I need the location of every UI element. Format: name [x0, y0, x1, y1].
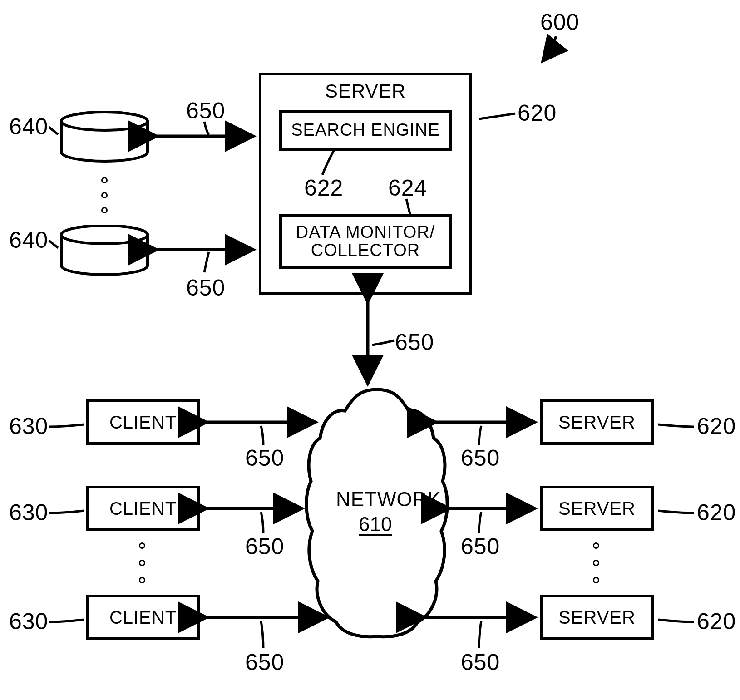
- server-ref-620: 620: [697, 499, 736, 526]
- server-title: SERVER: [261, 81, 469, 102]
- figure-ref-600: 600: [540, 9, 579, 35]
- vertical-ellipsis: [592, 542, 600, 583]
- server-ref-620: 620: [697, 413, 736, 439]
- database-icon: [59, 225, 150, 277]
- database-icon: [59, 111, 150, 163]
- client-box: CLIENT: [86, 595, 200, 640]
- link-ref-650: 650: [245, 533, 284, 560]
- network-ref-610: 610: [359, 513, 392, 536]
- db-ref-640: 640: [9, 227, 48, 253]
- client-box: CLIENT: [86, 486, 200, 531]
- server-small-box: SERVER: [540, 399, 654, 445]
- link-ref-650: 650: [461, 445, 500, 471]
- server-small-box: SERVER: [540, 486, 654, 531]
- link-ref-650: 650: [245, 445, 284, 471]
- link-ref-650: 650: [186, 275, 225, 301]
- server-small-box: SERVER: [540, 595, 654, 640]
- diagram-canvas: 600 SERVER SEARCH ENGINE DATA MONITOR/ C…: [0, 0, 740, 700]
- svg-point-2: [61, 226, 148, 244]
- link-ref-650: 650: [186, 98, 225, 124]
- client-ref-630: 630: [9, 608, 48, 635]
- svg-point-1: [61, 112, 148, 130]
- link-ref-650: 650: [395, 329, 434, 355]
- server-box: SERVER SEARCH ENGINE DATA MONITOR/ COLLE…: [259, 73, 472, 295]
- svg-point-0: [61, 112, 148, 130]
- client-box: CLIENT: [86, 399, 200, 445]
- server-ref-620: 620: [518, 100, 557, 126]
- data-monitor-box: DATA MONITOR/ COLLECTOR: [279, 214, 452, 269]
- client-ref-630: 630: [9, 499, 48, 526]
- server-ref-620: 620: [697, 608, 736, 635]
- data-monitor-ref-624: 624: [388, 175, 427, 201]
- vertical-ellipsis: [101, 177, 108, 213]
- db-ref-640: 640: [9, 113, 48, 140]
- link-ref-650: 650: [461, 649, 500, 675]
- vertical-ellipsis: [138, 542, 146, 583]
- search-engine-box: SEARCH ENGINE: [279, 110, 452, 151]
- svg-point-3: [61, 226, 148, 244]
- link-ref-650: 650: [245, 649, 284, 675]
- search-engine-ref-622: 622: [304, 175, 343, 201]
- client-ref-630: 630: [9, 413, 48, 439]
- network-label: NETWORK: [336, 488, 427, 511]
- link-ref-650: 650: [461, 533, 500, 560]
